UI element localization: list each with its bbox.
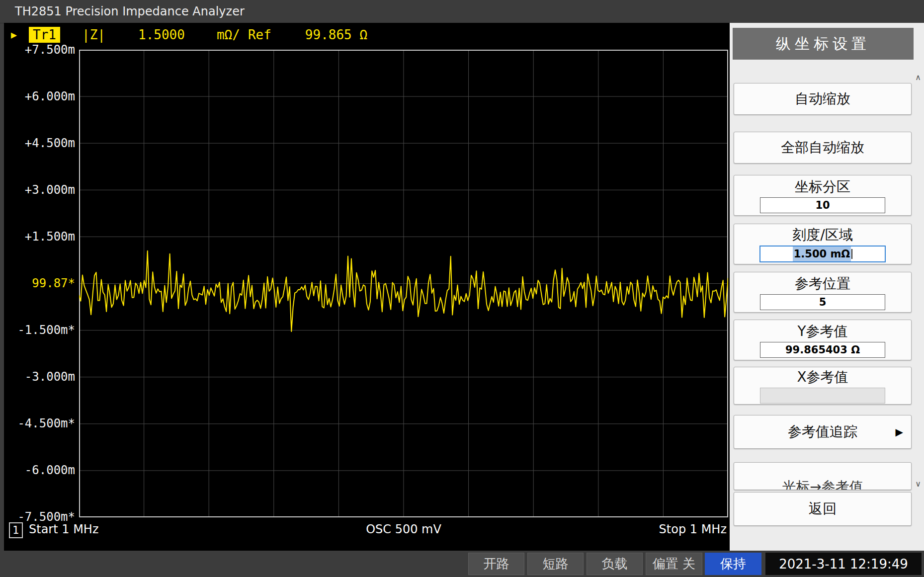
y-tick-label: +4.500m [25,136,75,151]
x-stop-label: Stop 1 MHz [659,522,727,536]
y-reference-input[interactable]: 99.865403 Ω [760,342,885,358]
datetime-display: 2021-3-11 12:19:49 [765,553,922,575]
short-circuit-label: 短路 [543,555,569,573]
y-axis-labels: +7.500m +6.000m +4.500m +3.000m +1.500m … [4,23,77,551]
divisions-button[interactable]: 坐标分区 10 [734,175,912,216]
hold-label: 保持 [720,555,746,573]
y-reference-label: 99.87* [32,276,75,291]
scale-per-division-label: 刻度/区域 [792,226,852,244]
panel-title: 纵坐标设置 [733,28,914,60]
y-tick-label: -3.000m [25,369,75,384]
autoscale-button[interactable]: 自动缩放 [734,83,912,115]
reference-tracking-button[interactable]: 参考值追踪 ▶ [734,415,912,449]
selected-text: 1.500 mΩ [793,247,851,261]
load-label: 负载 [602,555,628,573]
reference-tracking-label: 参考值追踪 [788,422,857,441]
y-tick-label: +3.000m [25,182,75,197]
cursor-to-reference-label: 光标→参考值 [782,478,863,490]
reference-position-button[interactable]: 参考位置 5 [734,272,912,313]
y-tick-label: -4.500m* [17,416,75,431]
trace-function-label: |Z| [82,27,105,42]
plot-region: ▶ Tr1 |Z| 1.5000 mΩ/ Ref 99.865 Ω +7.500… [4,23,730,551]
divisions-label: 坐标分区 [795,178,850,196]
text-caret [851,249,852,259]
osc-level-label: OSC 500 mV [79,522,728,536]
trace-scale-unit: mΩ/ [217,27,240,42]
trace-ref-value: 99.865 Ω [305,27,367,42]
x-reference-button[interactable]: X参考值 [734,367,912,405]
y-axis-settings-panel: 纵坐标设置 ∧ ∨ 自动缩放 全部自动缩放 坐标分区 10 刻度/区域 1.50… [730,23,924,551]
short-circuit-button[interactable]: 短路 [527,553,584,575]
back-label: 返回 [809,499,837,518]
bias-off-label: 偏置 关 [653,555,695,573]
back-button[interactable]: 返回 [734,492,912,526]
y-tick-label: -6.000m [25,463,75,478]
y-tick-label: -1.500m* [17,323,75,337]
measurement-graph [79,50,728,517]
autoscale-all-label: 全部自动缩放 [781,138,864,157]
bottom-toolbar: 开路 短路 负载 偏置 关 保持 2021-3-11 12:19:49 [0,551,924,577]
divisions-input[interactable]: 10 [760,197,885,213]
reference-position-input[interactable]: 5 [760,294,885,310]
autoscale-all-button[interactable]: 全部自动缩放 [734,132,912,164]
titlebar: TH2851 Precision Impedance Analyzer [0,0,924,23]
hold-button[interactable]: 保持 [705,553,761,575]
autoscale-label: 自动缩放 [795,89,850,108]
open-circuit-button[interactable]: 开路 [468,553,524,575]
channel-indicator: 1 [9,522,23,538]
window-title: TH2851 Precision Impedance Analyzer [15,4,245,18]
scale-per-division-input[interactable]: 1.500 mΩ [759,246,886,262]
y-reference-button[interactable]: Y参考值 99.865403 Ω [734,320,912,360]
scroll-down-icon[interactable]: ∨ [914,479,922,489]
x-reference-label: X参考值 [797,368,848,386]
y-tick-label: +1.500m [25,229,75,244]
app-window: TH2851 Precision Impedance Analyzer ▶ Tr… [0,0,924,577]
scale-per-division-button[interactable]: 刻度/区域 1.500 mΩ [734,224,912,264]
trace-ref-label: Ref [248,27,271,42]
trace-scale-value: 1.5000 [138,27,185,42]
load-button[interactable]: 负载 [587,553,643,575]
x-reference-input[interactable] [760,388,885,404]
y-tick-label: +6.000m [25,89,75,104]
open-circuit-label: 开路 [484,555,509,573]
reference-position-label: 参考位置 [795,275,850,293]
scroll-up-icon[interactable]: ∧ [914,73,922,82]
cursor-to-reference-button[interactable]: 光标→参考值 [734,462,912,490]
y-tick-label: +7.500m [25,42,75,57]
y-reference-label: Y参考值 [797,323,847,340]
submenu-arrow-icon: ▶ [896,426,903,438]
bias-off-button[interactable]: 偏置 关 [646,553,702,575]
x-axis: 1 Start 1 MHz OSC 500 mV Stop 1 MHz [4,521,730,539]
